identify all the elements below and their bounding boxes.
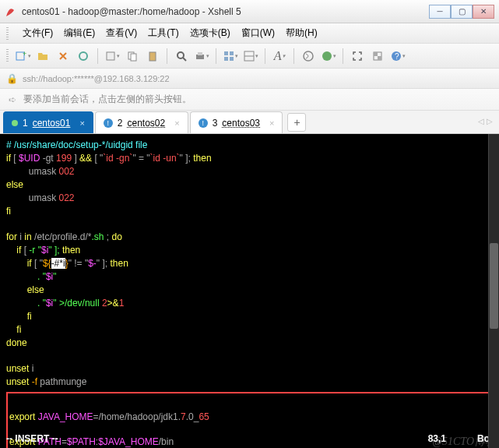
menu-tabs[interactable]: 选项卡(B) (190, 26, 230, 40)
menu-file[interactable]: 文件(F) (23, 26, 53, 40)
scrollbar[interactable] (488, 134, 499, 448)
maximize-button[interactable]: ▢ (451, 5, 473, 19)
menu-help[interactable]: 帮助(H) (286, 26, 318, 40)
tab-close-icon[interactable]: × (174, 118, 179, 128)
tab-nav-icon[interactable]: ◁ ▷ (478, 117, 493, 125)
menu-tools[interactable]: 工具(T) (148, 26, 178, 40)
window-title: centos01 - hadoop@master:/home/hadoop - … (22, 6, 429, 17)
properties-button[interactable] (103, 47, 121, 65)
disconnect-button[interactable] (74, 47, 93, 65)
toolbar-sep-4 (265, 48, 265, 64)
hint-text: 要添加当前会话，点击左侧的箭头按钮。 (23, 93, 192, 106)
menubar-grip (6, 27, 9, 40)
status-dot-icon (12, 120, 18, 126)
toolbar-sep-5 (293, 48, 294, 64)
app-logo-icon (5, 5, 17, 18)
menu-edit[interactable]: 编辑(E) (64, 26, 95, 40)
svg-text:+: + (23, 50, 26, 58)
vim-mode: -- INSERT -- (6, 432, 428, 445)
tab-centos03[interactable]: ! 3 centos03 × (190, 111, 283, 133)
tab-centos02[interactable]: ! 2 centos02 × (95, 111, 188, 133)
titlebar: centos01 - hadoop@master:/home/hadoop - … (0, 0, 499, 23)
minimize-button[interactable]: ─ (429, 5, 451, 19)
vim-status-line: -- INSERT -- 83,1 Bot (6, 432, 493, 445)
tab-centos01[interactable]: 1 centos01 × (3, 111, 93, 133)
svg-point-18 (322, 51, 332, 61)
toolbar-grip (6, 49, 9, 63)
menu-window[interactable]: 窗口(W) (241, 26, 275, 40)
fullscreen-button[interactable] (348, 47, 367, 65)
print-button[interactable] (192, 47, 211, 65)
alert-icon: ! (104, 118, 113, 128)
svg-rect-3 (107, 52, 114, 60)
layout-button[interactable] (241, 47, 260, 65)
svg-line-8 (183, 58, 186, 61)
address-text[interactable]: ssh://hadoop:******@192.168.3.129:22 (23, 74, 170, 83)
add-tab-button[interactable]: + (287, 113, 306, 132)
font-button[interactable]: A (270, 47, 289, 65)
svg-rect-14 (230, 57, 234, 61)
svg-rect-13 (224, 57, 228, 61)
svg-rect-6 (149, 52, 156, 61)
color-scheme-button[interactable] (319, 47, 338, 65)
new-session-button[interactable]: + (13, 47, 32, 65)
window-buttons: ─ ▢ ✕ (429, 5, 494, 19)
open-button[interactable] (33, 47, 52, 65)
alert-icon: ! (199, 118, 208, 128)
scrollbar-thumb[interactable] (490, 243, 498, 329)
address-bar: 🔒 ssh://hadoop:******@192.168.3.129:22 (0, 69, 499, 89)
svg-rect-20 (374, 52, 378, 56)
svg-text:?: ? (395, 52, 399, 61)
svg-rect-5 (131, 54, 136, 61)
svg-rect-10 (198, 52, 202, 55)
svg-point-2 (79, 52, 87, 60)
hint-bar: ➪ 要添加当前会话，点击左侧的箭头按钮。 (0, 89, 499, 111)
tab-close-icon[interactable]: × (269, 118, 274, 128)
lock-icon: 🔒 (6, 73, 18, 84)
paste-button[interactable] (143, 47, 162, 65)
toolbar: + A ? (0, 44, 499, 69)
tab-index: 3 (213, 118, 218, 129)
tab-name: centos01 (33, 118, 71, 129)
tab-index: 2 (118, 118, 123, 129)
tab-name: centos03 (222, 118, 260, 129)
reconnect-button[interactable] (54, 47, 72, 65)
tab-name: centos02 (128, 118, 166, 129)
toolbar-sep-6 (343, 48, 343, 64)
tab-close-icon[interactable]: × (79, 118, 84, 128)
svg-rect-11 (224, 51, 228, 55)
menu-view[interactable]: 查看(V) (106, 26, 137, 40)
terminal-content: # /usr/share/doc/setup-*/uidgid file if … (6, 139, 493, 448)
script-button[interactable] (299, 47, 318, 65)
tile-button[interactable] (221, 47, 240, 65)
svg-point-7 (177, 52, 184, 58)
menubar: 文件(F) 编辑(E) 查看(V) 工具(T) 选项卡(B) 窗口(W) 帮助(… (0, 23, 499, 44)
tab-index: 1 (23, 118, 28, 129)
close-button[interactable]: ✕ (473, 5, 494, 19)
help-button[interactable]: ? (388, 47, 407, 65)
transparency-button[interactable] (368, 47, 387, 65)
svg-rect-12 (230, 51, 234, 55)
toolbar-sep-2 (167, 48, 167, 64)
tab-bar: 1 centos01 × ! 2 centos02 × ! 3 centos03… (0, 111, 499, 134)
copy-button[interactable] (123, 47, 142, 65)
watermark: @51CTO博客 (432, 436, 496, 448)
add-session-arrow-icon[interactable]: ➪ (6, 93, 19, 106)
svg-rect-21 (378, 56, 381, 60)
find-button[interactable] (172, 47, 191, 65)
toolbar-sep-1 (97, 48, 98, 64)
toolbar-sep-3 (216, 48, 216, 64)
terminal[interactable]: # /usr/share/doc/setup-*/uidgid file if … (0, 134, 499, 448)
